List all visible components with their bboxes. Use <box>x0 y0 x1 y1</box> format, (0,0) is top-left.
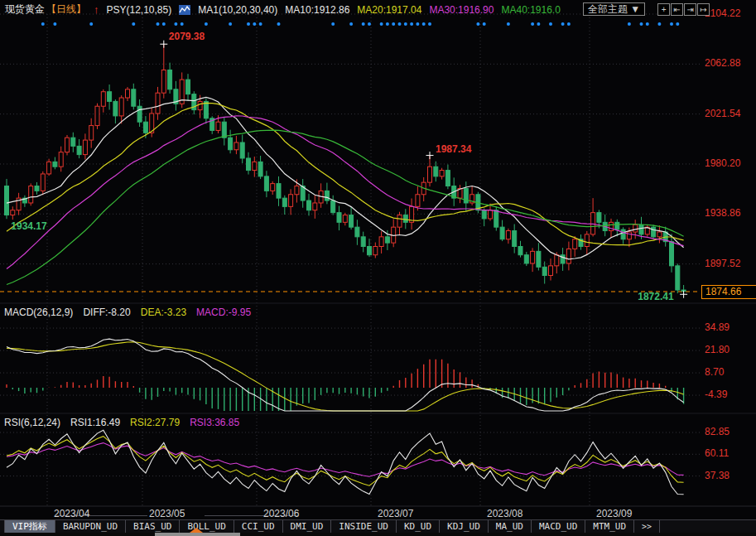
tab-macd-ud[interactable]: MACD_UD <box>532 520 585 534</box>
jump-latest-icon[interactable]: ↦ <box>697 3 710 16</box>
candle-body <box>403 215 407 223</box>
macd-value: MACD:-9.95 <box>196 307 251 318</box>
expand-candles-icon[interactable]: ⇥ <box>684 3 696 16</box>
candle-body <box>416 195 420 207</box>
rsi1-value: RSI1:16.49 <box>70 417 120 428</box>
candle-body <box>585 234 589 247</box>
tab-vip-[interactable]: VIP指标 <box>5 520 55 534</box>
candle-body <box>29 186 33 203</box>
main-axis-label: 1938.86 <box>705 207 756 219</box>
candle-body <box>271 184 275 191</box>
candle-body <box>434 167 438 176</box>
candle-body <box>247 158 251 171</box>
candle-body <box>89 126 94 141</box>
rsi-lines <box>7 430 684 495</box>
candle-body <box>307 200 311 210</box>
candle-body <box>597 213 601 223</box>
ma30-value: MA30:1916.90 <box>429 4 494 16</box>
candle-body <box>615 222 619 229</box>
candle-body <box>119 98 123 116</box>
candle-body <box>313 203 317 210</box>
month-label: 2023/08 <box>487 508 522 519</box>
candle-body <box>549 266 553 276</box>
scrollbar-thumb[interactable] <box>155 533 240 536</box>
tab-inside-ud[interactable]: INSIDE_UD <box>331 520 397 534</box>
price-annotation: 1934.17 <box>11 220 47 232</box>
candle-body <box>108 92 112 102</box>
candle-body <box>633 225 638 232</box>
tab-boll-ud[interactable]: BOLL_UD <box>180 520 234 534</box>
tab-mtm-ud[interactable]: MTM_UD <box>585 520 634 534</box>
candle-body <box>513 231 517 247</box>
main-chart-header: 现货黄金 【日线】 ↑ PSY(12,10,85) MA1(10,20,30,4… <box>5 2 561 17</box>
tab-ma-ud[interactable]: MA_UD <box>489 520 532 534</box>
compress-candles-icon[interactable]: ⇤ <box>671 3 683 16</box>
macd-panel-header: MACD(26,12,9) DIFF:-8.20 DEA:-3.23 MACD:… <box>4 307 251 318</box>
candle-body <box>627 232 631 239</box>
candle-body <box>657 232 662 237</box>
candle-body <box>53 162 57 167</box>
candle-body <box>198 101 202 109</box>
candle-body <box>670 242 674 266</box>
candle-body <box>264 176 268 191</box>
candle-body <box>95 106 99 125</box>
chart-canvas[interactable]: 2079.381987.341934.171872.41 <box>0 0 756 536</box>
macd-histogram <box>7 360 684 411</box>
candle-body <box>282 198 287 206</box>
tab-more-button[interactable]: >> <box>634 520 660 534</box>
candle-body <box>373 247 378 255</box>
candle-body <box>5 186 9 215</box>
tab-dmi-ud[interactable]: DMI_UD <box>283 520 332 534</box>
candle-body <box>258 162 262 176</box>
scrollbar-marker-icon[interactable] <box>190 528 203 533</box>
candle-body <box>361 237 365 247</box>
rsi2-value: RSI2:27.79 <box>130 417 180 428</box>
candle-body <box>397 215 402 228</box>
tab-kd-ud[interactable]: KD_UD <box>397 520 440 534</box>
candle-body <box>229 138 233 150</box>
theme-dropdown[interactable]: 全部主题 ▼ <box>583 2 645 16</box>
candle-body <box>428 167 432 182</box>
candle-body <box>531 251 535 263</box>
candle-body <box>234 142 238 150</box>
tab-cci-ud[interactable]: CCI_UD <box>234 520 283 534</box>
candle-body <box>35 186 39 191</box>
candle-body <box>101 92 105 107</box>
macd-axis-label: 34.89 <box>705 321 756 333</box>
diff-value: DIFF:-8.20 <box>83 307 130 318</box>
tab-barupdn-ud[interactable]: BARUPDN_UD <box>55 520 126 534</box>
candle-body <box>676 266 680 290</box>
pan-icon[interactable]: + <box>657 3 670 16</box>
candle-body <box>204 101 208 118</box>
candle-body <box>609 222 614 230</box>
ma-group-label: MA1(10,20,30,40) <box>198 4 277 16</box>
candle-body <box>59 152 63 167</box>
indicator-tab-bar: VIP指标BARUPDN_UDBIAS_UDBOLL_UDCCI_UDDMI_U… <box>0 519 756 534</box>
dea-value: DEA:-3.23 <box>141 307 186 318</box>
psy-indicator-label: PSY(12,10,85) <box>107 4 172 16</box>
candle-body <box>77 146 81 154</box>
tab-bias-ud[interactable]: BIAS_UD <box>126 520 180 534</box>
price-annotation: 1987.34 <box>436 143 472 155</box>
candle-body <box>41 174 45 191</box>
tab-kdj-ud[interactable]: KDJ_UD <box>440 520 489 534</box>
period-label: 【日线】 <box>46 2 86 17</box>
main-axis-label: 2062.88 <box>705 57 756 69</box>
up-arrow-icon: ↑ <box>94 3 99 16</box>
price-annotation: 1872.41 <box>638 291 674 302</box>
candle-body <box>482 210 486 219</box>
candle-body <box>518 247 522 255</box>
main-axis-label: 1980.20 <box>705 157 756 169</box>
horizontal-scrollbar[interactable] <box>0 533 756 536</box>
candle-body <box>337 213 341 223</box>
candle-body <box>537 251 541 267</box>
month-label: 2023/05 <box>149 508 185 519</box>
rsi-axis-label: 37.38 <box>705 470 756 481</box>
psy-dots <box>41 22 680 26</box>
macd-title: MACD(26,12,9) <box>4 307 73 318</box>
candle-body <box>132 89 136 106</box>
candle-body <box>277 184 281 199</box>
candle-body <box>652 227 656 237</box>
ma10-line <box>7 97 684 258</box>
ma-lines <box>7 97 684 284</box>
